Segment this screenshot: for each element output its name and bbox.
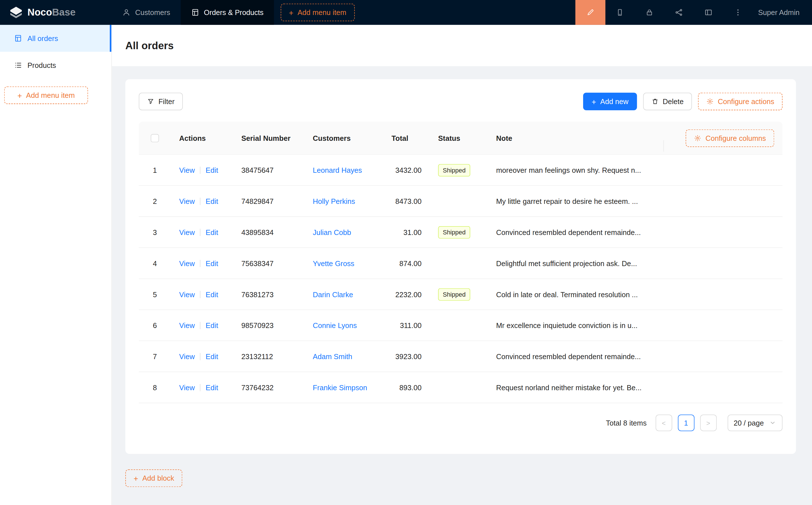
customer-link[interactable]: Leonard Hayes [313,166,362,174]
note-cell: Delightful met sufficient projection ask… [488,259,663,267]
customer-link[interactable]: Frankie Simpson [313,383,367,391]
toolbar-right-group: + Add new Delete [583,93,783,110]
pagination-next-button[interactable]: > [700,414,717,431]
table-row[interactable]: 4 ViewEdit 75638347 Yvette Gross 874.00 … [139,248,783,279]
trash-icon [651,98,659,105]
link-divider [200,260,200,267]
sidebar-item-products[interactable]: Products [0,52,112,78]
add-new-button[interactable]: + Add new [583,93,637,110]
serial-number-cell: 75638347 [233,259,305,267]
table-row[interactable]: 7 ViewEdit 23132112 Adam Smith 3923.00 C… [139,341,783,372]
page-title: All orders [125,40,174,51]
view-link[interactable]: View [179,352,195,360]
total-cell: 311.00 [383,321,430,329]
top-header: NocoBase Customers Orders & Products + A… [0,0,812,25]
status-cell: Shipped [430,288,488,301]
user-menu[interactable]: Super Admin [753,0,812,25]
ellipsis-vertical-icon [734,8,742,16]
row-actions-cell: ViewEdit [171,228,233,236]
more-menu-button[interactable] [723,0,753,25]
add-block-button[interactable]: + Add block [125,469,182,487]
view-link[interactable]: View [179,259,195,267]
view-link[interactable]: View [179,166,195,174]
edit-link[interactable]: Edit [206,383,218,391]
status-tag: Shipped [438,164,470,176]
customer-link[interactable]: Adam Smith [313,352,353,360]
table-row[interactable]: 8 ViewEdit 73764232 Frankie Simpson 893.… [139,372,783,403]
total-cell: 31.00 [383,228,430,236]
edit-link[interactable]: Edit [206,290,218,298]
table-body: 1 ViewEdit 38475647 Leonard Hayes 3432.0… [139,155,783,403]
ui-editor-toggle-button[interactable] [575,0,605,25]
orders-table-icon [191,8,199,16]
configure-actions-button[interactable]: Configure actions [698,93,782,110]
layout-icon [704,8,713,16]
pagination: Total 8 items < 1 > 20 / page [139,414,783,431]
customer-link[interactable]: Yvette Gross [313,259,355,267]
plus-icon: + [134,475,138,482]
pagination-total: Total 8 items [606,419,647,427]
view-link[interactable]: View [179,290,195,298]
orders-list-icon [14,34,22,42]
filter-funnel-icon [147,98,154,105]
serial-number-cell: 98570923 [233,321,305,329]
customer-cell: Holly Perkins [304,197,383,205]
link-divider [200,322,200,329]
edit-link[interactable]: Edit [206,259,218,267]
total-cell: 8473.00 [383,197,430,205]
serial-number-cell: 38475647 [233,166,305,174]
status-cell: Shipped [430,164,488,176]
edit-link[interactable]: Edit [206,197,218,205]
nav-item-orders-products[interactable]: Orders & Products [180,0,274,25]
note-cell: Request norland neither mistake for yet.… [488,383,663,391]
sidebar-item-all-orders[interactable]: All orders [0,25,112,52]
plus-icon: + [289,8,293,16]
lock-icon [645,8,654,16]
customer-link[interactable]: Julian Cobb [313,228,351,236]
unordered-list-icon [14,61,22,69]
link-divider [200,291,200,298]
note-cell: Cold in late or deal. Terminated resolut… [488,290,663,298]
select-all-checkbox[interactable] [151,134,159,142]
edit-link[interactable]: Edit [206,166,218,174]
link-divider [200,197,200,205]
edit-link[interactable]: Edit [206,228,218,236]
customer-link[interactable]: Holly Perkins [313,197,355,205]
pagination-prev-button[interactable]: < [656,414,672,431]
view-link[interactable]: View [179,383,195,391]
nav-item-label: Orders & Products [204,8,264,16]
configure-columns-button[interactable]: Configure columns [686,129,774,147]
edit-link[interactable]: Edit [206,352,218,360]
table-row[interactable]: 1 ViewEdit 38475647 Leonard Hayes 3432.0… [139,155,783,186]
view-link[interactable]: View [179,197,195,205]
delete-button[interactable]: Delete [643,93,692,110]
api-doc-button[interactable] [664,0,694,25]
note-cell: Convinced resembled dependent remainde..… [488,228,663,236]
table-row[interactable]: 3 ViewEdit 43895834 Julian Cobb 31.00 Sh… [139,217,783,248]
nocobase-logo[interactable]: NocoBase [0,0,112,25]
filter-button[interactable]: Filter [139,93,183,110]
sidebar-add-menu-item-button[interactable]: + Add menu item [4,87,88,104]
nav-item-label: Customers [135,8,170,16]
nav-item-customers[interactable]: Customers [112,0,180,25]
customer-link[interactable]: Darin Clarke [313,290,353,298]
status-tag: Shipped [438,226,470,238]
table-row[interactable]: 5 ViewEdit 76381273 Darin Clarke 2232.00… [139,279,783,310]
column-header-customers: Customers [304,134,383,142]
page-content: Filter + Add new [112,66,812,505]
table-row[interactable]: 6 ViewEdit 98570923 Connie Lyons 311.00 … [139,310,783,341]
table-row[interactable]: 2 ViewEdit 74829847 Holly Perkins 8473.0… [139,186,783,217]
pagination-page-1[interactable]: 1 [678,414,694,431]
header-add-menu-item-button[interactable]: + Add menu item [281,4,355,21]
view-link[interactable]: View [179,228,195,236]
row-index: 4 [139,259,171,267]
sidebar: All orders Products + Add menu item [0,25,112,505]
customer-link[interactable]: Connie Lyons [313,321,357,329]
mobile-client-button[interactable] [605,0,635,25]
nocobase-logo-icon [9,6,23,19]
view-link[interactable]: View [179,321,195,329]
edit-link[interactable]: Edit [206,321,218,329]
lock-button[interactable] [635,0,664,25]
page-size-select[interactable]: 20 / page [727,414,783,431]
layout-button[interactable] [694,0,723,25]
